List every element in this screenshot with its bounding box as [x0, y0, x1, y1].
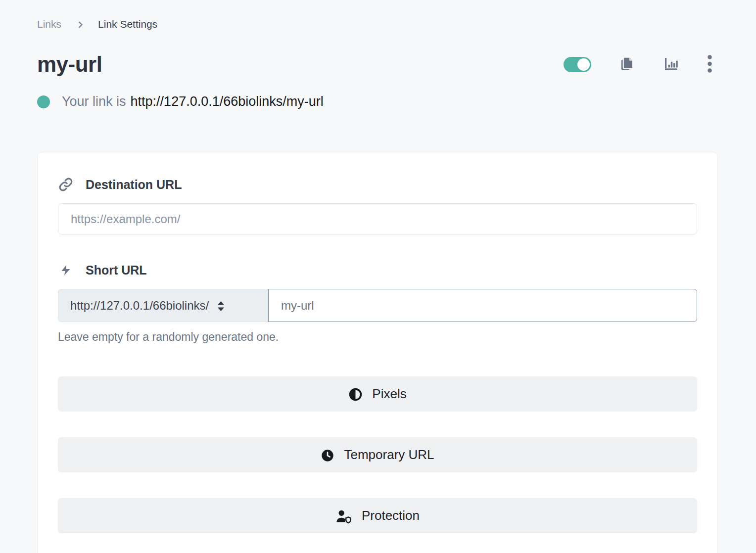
destination-url-section-label: Destination URL	[58, 177, 697, 192]
link-status: Your link is http://127.0.0.1/66biolinks…	[37, 94, 718, 109]
status-url: http://127.0.0.1/66biolinks/my-url	[131, 94, 324, 109]
bar-chart-icon	[663, 56, 679, 73]
page-header: my-url	[37, 51, 718, 77]
pixels-button-label: Pixels	[372, 386, 406, 402]
contrast-icon	[348, 387, 363, 402]
more-options-button[interactable]	[708, 55, 712, 74]
lightning-bolt-icon	[58, 263, 74, 277]
copy-icon	[619, 56, 635, 73]
link-enabled-toggle[interactable]	[564, 57, 591, 72]
short-url-label: Short URL	[86, 263, 147, 277]
clock-icon	[321, 449, 334, 462]
breadcrumb-links[interactable]: Links	[37, 18, 61, 30]
link-settings-page: Links Link Settings my-url	[0, 0, 756, 553]
status-dot	[37, 95, 50, 108]
short-url-help-text: Leave empty for a randomly generated one…	[58, 330, 697, 344]
status-label: Your link is	[62, 94, 126, 109]
breadcrumb-current: Link Settings	[98, 18, 157, 30]
domain-select[interactable]: http://127.0.0.1/66biolinks/	[58, 289, 269, 322]
kebab-menu-icon	[708, 55, 712, 74]
page-title: my-url	[37, 52, 102, 77]
chevron-right-icon	[77, 21, 85, 29]
domain-select-value: http://127.0.0.1/66biolinks/	[70, 299, 209, 313]
breadcrumb: Links Link Settings	[37, 17, 718, 32]
statistics-button[interactable]	[663, 56, 679, 73]
protection-button-label: Protection	[362, 508, 420, 523]
short-url-section-label: Short URL	[58, 263, 697, 277]
user-shield-icon	[335, 509, 352, 524]
protection-button[interactable]: Protection	[58, 498, 697, 533]
select-caret-icon	[217, 301, 225, 312]
destination-url-label: Destination URL	[86, 178, 182, 192]
temporary-url-button[interactable]: Temporary URL	[58, 437, 697, 472]
copy-link-button[interactable]	[619, 56, 635, 73]
temporary-url-button-label: Temporary URL	[344, 447, 434, 462]
destination-url-input[interactable]	[58, 203, 697, 234]
pixels-button[interactable]: Pixels	[58, 376, 697, 412]
short-url-input-group: http://127.0.0.1/66biolinks/	[58, 289, 697, 322]
link-settings-card: Destination URL Short URL http://127.0.0…	[37, 152, 718, 553]
short-url-input[interactable]	[268, 289, 697, 322]
header-actions	[564, 55, 718, 74]
toggle-knob	[577, 58, 590, 71]
link-icon	[58, 177, 74, 192]
